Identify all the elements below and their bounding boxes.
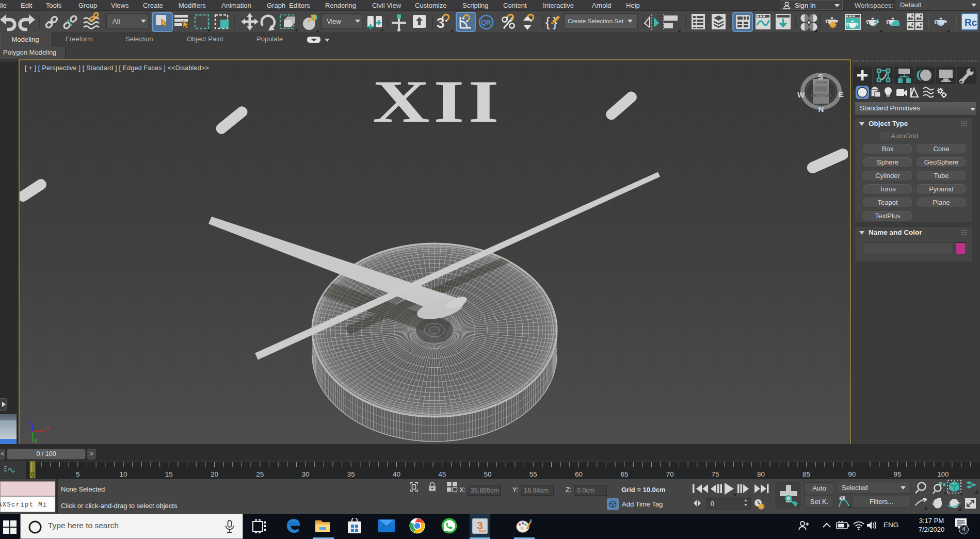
- svg-text:70: 70: [666, 470, 673, 478]
- svg-text:55: 55: [529, 470, 537, 478]
- svg-text:MAX: MAX: [479, 530, 486, 533]
- svg-text:BOTTOM: BOTTOM: [811, 93, 831, 98]
- svg-text:40: 40: [393, 470, 400, 478]
- svg-text:25: 25: [256, 470, 264, 478]
- svg-text:5: 5: [76, 470, 80, 478]
- svg-text:Create Selection Set: Create Selection Set: [568, 18, 624, 25]
- svg-text:45: 45: [438, 470, 446, 478]
- svg-text:y: y: [34, 436, 38, 443]
- svg-text:QR: QR: [481, 19, 491, 26]
- svg-text:30: 30: [301, 470, 309, 478]
- svg-text:85: 85: [802, 470, 810, 478]
- svg-text:75: 75: [712, 470, 719, 478]
- svg-text:35: 35: [347, 470, 355, 478]
- svg-text:80: 80: [757, 470, 765, 478]
- svg-text:65: 65: [620, 470, 628, 478]
- svg-text:W: W: [797, 90, 805, 99]
- svg-text:XII: XII: [373, 69, 503, 135]
- svg-text:50: 50: [484, 470, 491, 478]
- svg-text:95: 95: [894, 470, 902, 478]
- svg-text:All: All: [113, 18, 120, 25]
- svg-text:90: 90: [848, 470, 856, 478]
- svg-text:E: E: [839, 90, 844, 99]
- svg-text:FRONT: FRONT: [815, 80, 827, 84]
- svg-text:0: 0: [30, 470, 34, 478]
- svg-text:100: 100: [937, 470, 949, 478]
- svg-text:S: S: [818, 72, 823, 81]
- svg-text:15: 15: [165, 470, 173, 478]
- svg-text:10: 10: [120, 470, 127, 478]
- svg-text:z: z: [29, 418, 33, 426]
- svg-text:View: View: [327, 18, 342, 25]
- svg-text:Rc: Rc: [965, 17, 977, 28]
- svg-text:0: 0: [711, 500, 714, 508]
- svg-text:20: 20: [211, 470, 218, 478]
- svg-text:{ }: { }: [545, 14, 557, 30]
- svg-text:x: x: [46, 424, 50, 432]
- svg-text:60: 60: [575, 470, 583, 478]
- svg-text:N: N: [818, 105, 824, 113]
